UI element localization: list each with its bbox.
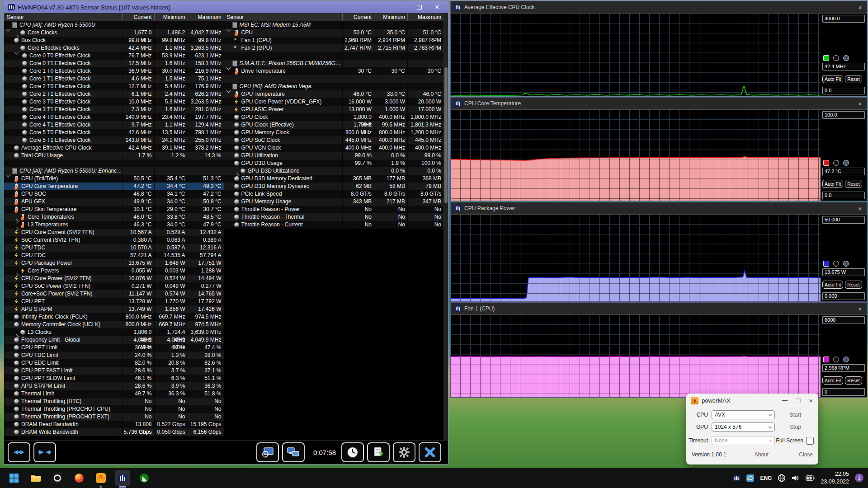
sensor-row[interactable]: Thermal Throttling (PROCHOT CPU)NoNoNo <box>4 405 224 413</box>
sensor-row[interactable]: Core 5 T0 Effective Clock42.6 MHz13.5 MH… <box>4 129 224 136</box>
scale-min-value[interactable]: 0.0 <box>822 192 865 199</box>
style-toggle-icon[interactable] <box>833 261 839 267</box>
sensor-row[interactable]: SoC Current (SVI2 TFN)0.380 A0.063 A0.38… <box>4 236 224 244</box>
sensor-row[interactable]: GPU D3D Memory Dynamic62 MB58 MB79 MB <box>224 183 444 190</box>
sensor-row[interactable]: Core 3 T0 Effective Clock10.0 MHz5.3 MHz… <box>4 98 224 106</box>
current-value[interactable]: 2,968 RPM <box>822 364 865 372</box>
sensor-row[interactable]: Core 1 T0 Effective Clock36.9 MHz30.0 MH… <box>4 67 224 75</box>
screen-capture-button[interactable] <box>256 442 279 462</box>
sensor-row[interactable]: Core Clocks1,677.0 MHz1,486.2 MHz4,042.7… <box>4 29 224 37</box>
sensor-row[interactable]: Core 2 T0 Effective Clock12.7 MHz5.4 MHz… <box>4 83 224 90</box>
sensor-row[interactable]: CPU TDC Limit24.0 %1.3 %28.0 % <box>4 352 224 359</box>
scrollbar-thumb[interactable] <box>444 67 448 203</box>
sensor-row[interactable]: Core 2 T1 Effective Clock6.1 MHz2.4 MHz6… <box>4 90 224 98</box>
sensor-row[interactable]: L3 Clocks1,806.0 MHz1,724.4 MHz3,639.0 M… <box>4 328 224 336</box>
sensor-row[interactable]: Core 0 T1 Effective Clock17.5 MHz1.6 MHz… <box>4 60 224 67</box>
scale-min-value[interactable]: 0 <box>822 388 865 396</box>
sensor-row[interactable]: CPU Core Current (SVI2 TFN)10.567 A0.528… <box>4 229 224 236</box>
col-sensor[interactable]: Sensor <box>4 13 123 21</box>
col-minimum[interactable]: Minimum <box>154 13 188 21</box>
sensor-row[interactable]: GPU Memory Clock800.0 MHz800.0 MHz1,200.… <box>224 129 444 136</box>
sensor-row[interactable]: Memory Controller Clock (UCLK)800.0 MHz6… <box>4 321 224 328</box>
hwinfo-taskbar-button[interactable] <box>115 470 130 486</box>
sensor-row[interactable]: GPU VCN Clock400.0 MHz400.0 MHz400.0 MHz <box>224 144 444 152</box>
sensor-row[interactable]: MSI EC: MSI Modern 15 A5M <box>224 21 444 29</box>
sensor-row[interactable]: CPU PPT SLOW Limit46.1 %6.3 %51.1 % <box>4 375 224 382</box>
sensor-row[interactable]: CPU SOC46.8 °C34.1 °C47.2 °C <box>4 190 224 198</box>
reset-button[interactable]: Reset <box>845 180 862 188</box>
scale-max-value[interactable]: 100.0 <box>822 111 865 119</box>
powermax-minimize-icon[interactable]: — <box>782 397 788 404</box>
start-button[interactable]: Start <box>790 412 801 418</box>
sensor-row[interactable]: DRAM Write Bandwidth5.736 Gbps0.050 Gbps… <box>4 428 224 436</box>
sensor-row[interactable]: *Fan 2 (GPU)2,747 RPM2,715 RPM2,763 RPM <box>224 44 444 52</box>
battery-icon[interactable] <box>806 475 815 481</box>
remote-monitoring-button[interactable] <box>282 442 305 462</box>
sensor-row[interactable]: Average Effective CPU Clock42.4 MHz39.1 … <box>4 144 224 152</box>
sensor-row[interactable]: CPU Package Power13.675 W1.648 W17.751 W <box>4 259 224 267</box>
volume-icon[interactable] <box>792 474 800 482</box>
sensor-row[interactable]: Bus Clock99.8 MHz99.8 MHz99.8 MHz <box>4 37 224 44</box>
powermax-close-button[interactable]: Close <box>799 451 813 458</box>
stop-button[interactable]: Stop <box>790 424 801 430</box>
series-color-swatch[interactable] <box>823 357 829 362</box>
scale-max-value[interactable]: 6000 <box>822 316 865 324</box>
sensor-row[interactable]: Infinity Fabric Clock (FCLK)800.0 MHz669… <box>4 313 224 321</box>
sensor-row[interactable]: Frequency Limit - Global4,049.9 MHz4,049… <box>4 336 224 344</box>
close-sensors-button[interactable] <box>419 442 441 462</box>
series-color-swatch[interactable] <box>823 261 829 267</box>
fill-toggle-icon[interactable] <box>843 160 849 166</box>
cpu-select[interactable]: AVX <box>712 410 775 419</box>
sensor-row[interactable]: GPU [#0]: AMD Radeon Vega: <box>224 83 444 90</box>
fill-toggle-icon[interactable] <box>843 55 849 61</box>
style-toggle-icon[interactable] <box>833 55 839 61</box>
scale-max-value[interactable]: 4000.0 <box>822 15 865 23</box>
sensor-row[interactable]: APU STAPM13.749 W1.856 W17.426 W <box>4 305 224 313</box>
close-icon[interactable]: × <box>858 4 862 11</box>
close-icon[interactable]: × <box>858 205 862 212</box>
start-button[interactable] <box>6 470 22 486</box>
timeout-select[interactable]: None <box>712 436 775 445</box>
sensor-row[interactable]: Thermal Throttling (HTC)NoNoNo <box>4 398 224 405</box>
sensor-row[interactable]: Throttle Reason - CurrentNoNoNo <box>224 221 444 229</box>
sensor-row[interactable]: Core Powers0.055 W0.003 W1.288 W <box>4 267 224 275</box>
xbox-button[interactable] <box>137 470 152 486</box>
sensor-row[interactable]: Core 4 T0 Effective Clock140.9 MHz23.4 M… <box>4 113 224 121</box>
app-tray-icon[interactable] <box>746 474 754 482</box>
sensor-row[interactable]: PCIe Link Speed8.0 GT/s8.0 GT/s8.0 GT/s <box>224 190 444 198</box>
collapse-columns-button[interactable] <box>33 442 56 462</box>
scrollbar[interactable] <box>444 13 448 440</box>
sensor-row[interactable]: GPU Memory Usage343 MB217 MB347 MB <box>224 198 444 206</box>
column-header[interactable]: SensorCurrentMinimumMaximum <box>4 13 224 21</box>
series-color-swatch[interactable] <box>823 55 829 61</box>
sensor-row[interactable]: GPU Utilization99.0 %0.0 %99.0 % <box>224 152 444 160</box>
fullscreen-checkbox[interactable] <box>806 437 814 445</box>
graph-titlebar[interactable]: Fan 1 (CPU)× <box>451 303 867 315</box>
sensor-row[interactable]: CPU50.0 °C35.0 °C51.0 °C <box>224 29 444 37</box>
sensor-row[interactable]: Core 4 T1 Effective Clock9.7 MHz1.1 MHz1… <box>4 121 224 129</box>
sensor-row[interactable]: CPU [#0]: AMD Ryzen 5 5500U: Enhanced <box>4 167 224 175</box>
sensor-row[interactable]: GPU D3D Usage99.7 %1.9 %100.0 % <box>224 160 444 167</box>
graph-titlebar[interactable]: Average Effective CPU Clock× <box>451 1 867 14</box>
col-minimum[interactable]: Minimum <box>374 13 407 21</box>
sensor-row[interactable]: CPU Core Power (SVI2 TFN)10.876 W0.524 W… <box>4 275 224 282</box>
sensor-row[interactable]: CPU SoC Power (SVI2 TFN)0.271 W0.049 W0.… <box>4 282 224 290</box>
sensor-row[interactable]: Drive Temperature30 °C30 °C30 °C <box>224 67 444 75</box>
maximize-icon[interactable] <box>410 2 428 13</box>
sensor-row[interactable]: Core 1 T1 Effective Clock4.6 MHz1.5 MHz7… <box>4 75 224 83</box>
explorer-button[interactable] <box>28 470 43 486</box>
auto-fit-button[interactable]: Auto Fit <box>822 75 843 83</box>
sensor-row[interactable]: GPU ASIC Power13.000 W1.000 W17.000 W <box>224 106 444 113</box>
close-icon[interactable]: × <box>428 2 446 13</box>
sensor-row[interactable]: Core Temperatures46.0 °C33.8 °C48.5 °C <box>4 213 224 221</box>
sensor-row[interactable]: S.M.A.R.T.: Phison 256GB EM280256GYT... <box>224 60 444 67</box>
powermax-close-icon[interactable]: × <box>809 397 813 404</box>
sensor-row[interactable]: APU GFX49.9 °C34.0 °C50.8 °C <box>4 198 224 206</box>
reset-button[interactable]: Reset <box>845 75 862 83</box>
opera-button[interactable] <box>50 470 65 486</box>
series-color-swatch[interactable] <box>823 160 829 166</box>
close-icon[interactable]: × <box>858 305 862 313</box>
current-value[interactable]: 13.675 W <box>822 268 865 276</box>
expand-columns-button[interactable] <box>8 442 30 462</box>
gpu-select[interactable]: 1024 x 576 <box>712 422 775 432</box>
